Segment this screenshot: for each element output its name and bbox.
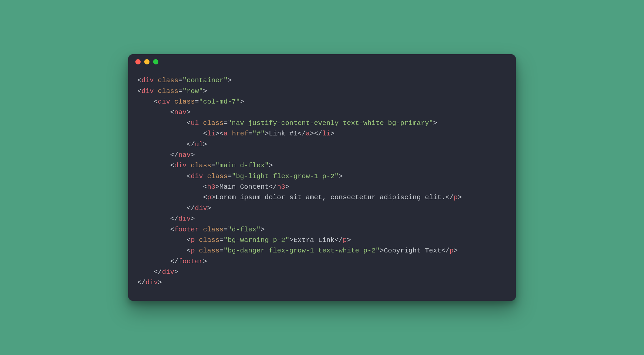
window-close-icon[interactable] bbox=[135, 59, 141, 64]
window-zoom-icon[interactable] bbox=[153, 59, 158, 64]
window-minimize-icon[interactable] bbox=[144, 59, 150, 64]
code-window: <div class="container"> <div class="row"… bbox=[128, 54, 516, 301]
code-block: <div class="container"> <div class="row"… bbox=[128, 69, 516, 292]
window-titlebar bbox=[128, 54, 516, 69]
